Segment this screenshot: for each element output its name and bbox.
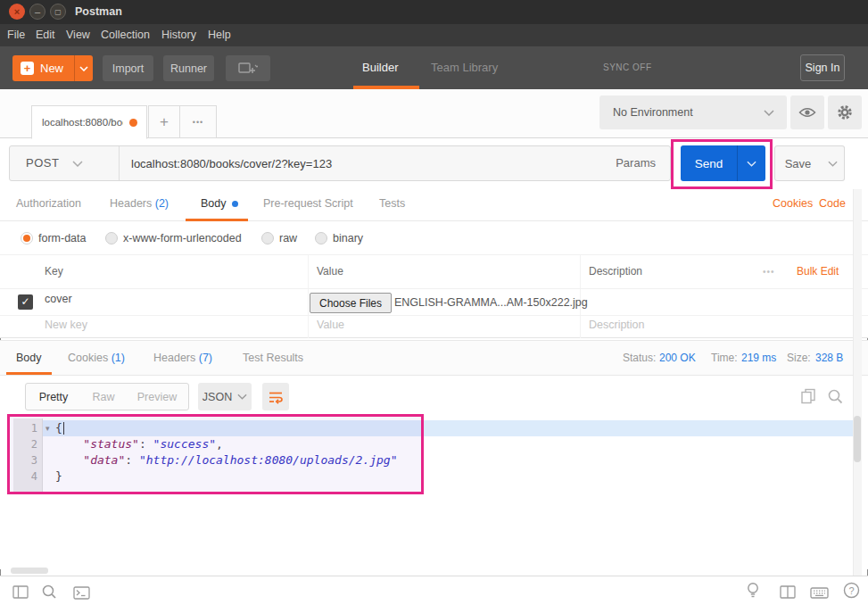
response-tab-headers[interactable]: Headers (7) (153, 341, 212, 375)
radio-raw-label[interactable]: raw (279, 221, 297, 255)
new-dropdown-button[interactable] (74, 55, 93, 81)
send-dropdown-button[interactable] (737, 145, 765, 181)
radio-form-data-label[interactable]: form-data (38, 221, 87, 255)
table-menu-button[interactable]: ••• (763, 255, 775, 288)
view-pretty-button[interactable]: Pretty (26, 384, 81, 410)
response-tab-body[interactable]: Body (16, 341, 42, 375)
url-input[interactable] (131, 153, 550, 174)
fold-toggle-icon[interactable]: ▾ (45, 420, 50, 436)
format-select[interactable]: JSON (198, 383, 252, 410)
bulk-edit-link[interactable]: Bulk Edit (797, 255, 839, 288)
tab-tests[interactable]: Tests (379, 187, 405, 220)
new-button[interactable]: + New (12, 55, 74, 81)
window-minimize-button[interactable]: – (29, 4, 45, 20)
send-button[interactable]: Send (681, 145, 737, 181)
save-dropdown-button[interactable] (821, 145, 845, 181)
toggle-sidebar-button[interactable] (12, 584, 29, 600)
menu-help[interactable]: Help (208, 24, 231, 46)
chevron-down-icon (72, 161, 83, 167)
url-box: POST Params (9, 145, 671, 181)
new-button-group: + New (12, 55, 93, 81)
global-search-button[interactable] (41, 583, 57, 600)
more-tabs-button[interactable]: ••• (179, 105, 217, 138)
row-checkbox-checked[interactable]: ✓ (18, 294, 33, 310)
help-button[interactable]: ? (843, 582, 860, 599)
tab-authorization[interactable]: Authorization (16, 187, 81, 220)
keyboard-icon (810, 587, 829, 599)
response-tab-cookies[interactable]: Cookies (1) (68, 341, 125, 375)
window-maximize-button[interactable]: ▢ (50, 4, 66, 20)
import-button[interactable]: Import (103, 55, 153, 81)
radio-x-www-form-urlencoded-label[interactable]: x-www-form-urlencoded (123, 221, 242, 255)
new-key-field[interactable] (45, 319, 294, 331)
radio-binary[interactable] (315, 232, 327, 244)
code-link[interactable]: Code (819, 187, 846, 220)
runner-button[interactable]: Runner (163, 55, 214, 81)
tab-body[interactable]: Body (201, 187, 238, 220)
sidebar-icon (12, 585, 29, 599)
save-button[interactable]: Save (774, 145, 822, 181)
cookies-link[interactable]: Cookies (773, 187, 813, 220)
new-value-field[interactable] (317, 319, 566, 331)
sign-in-button[interactable]: Sign In (800, 54, 845, 81)
menu-edit[interactable]: Edit (36, 24, 55, 46)
response-tab-test-results[interactable]: Test Results (243, 341, 303, 375)
two-pane-layout-button[interactable] (780, 584, 796, 600)
request-tab-title: localhost:8080/books (42, 117, 123, 128)
new-window-button[interactable] (226, 55, 270, 81)
menu-collection[interactable]: Collection (101, 24, 150, 46)
environment-preview-button[interactable] (790, 95, 824, 129)
wrap-text-button[interactable] (262, 383, 289, 410)
new-window-icon (238, 62, 258, 76)
sync-status-label: SYNC OFF (603, 46, 652, 89)
table-new-row (0, 315, 868, 338)
method-select[interactable]: POST (26, 146, 83, 180)
tips-button[interactable] (746, 582, 760, 600)
environment-select[interactable]: No Environment (599, 95, 787, 129)
menu-bar: File Edit View Collection History Help (0, 24, 868, 46)
key-field[interactable] (45, 293, 294, 305)
code-token-key: "data" (83, 453, 125, 467)
description-field[interactable] (589, 293, 749, 305)
radio-x-www-form-urlencoded[interactable] (105, 232, 118, 244)
new-description-field[interactable] (589, 319, 749, 331)
send-button-group: Send (681, 145, 765, 181)
radio-binary-label[interactable]: binary (333, 221, 363, 255)
window-title: Postman (75, 0, 122, 24)
tab-builder[interactable]: Builder (362, 46, 398, 89)
response-body-editor[interactable]: 1 2 3 4 ▾ { "status": "success", "data":… (0, 418, 868, 569)
menu-view[interactable]: View (66, 24, 90, 46)
method-value: POST (26, 156, 59, 170)
vertical-scrollbar-track[interactable] (853, 189, 862, 576)
radio-raw[interactable] (261, 232, 274, 244)
search-response-button[interactable] (827, 387, 843, 404)
column-header-key: Key (45, 255, 63, 288)
line-number: 2 (13, 436, 37, 452)
new-tab-button[interactable]: + (148, 105, 180, 138)
tab-headers[interactable]: Headers (2) (110, 187, 169, 220)
choose-files-button[interactable]: Choose Files (310, 293, 392, 313)
divider (119, 146, 120, 180)
view-raw-button[interactable]: Raw (81, 384, 126, 410)
selected-file-name: ENGLISH-GRAMMA...AM-150x222.jpg (394, 289, 588, 316)
code-token: , (216, 437, 223, 451)
settings-button[interactable] (828, 95, 862, 129)
params-button[interactable]: Params (616, 146, 656, 180)
view-preview-button[interactable]: Preview (126, 384, 188, 410)
code-token: : (125, 453, 139, 467)
shortcuts-button[interactable] (810, 584, 829, 601)
radio-form-data[interactable] (21, 232, 33, 244)
tab-pre-request-script[interactable]: Pre-request Script (263, 187, 353, 220)
response-view-group: Pretty Raw Preview (25, 383, 189, 410)
tab-team-library[interactable]: Team Library (431, 46, 498, 89)
vertical-scrollbar-thumb[interactable] (854, 416, 861, 462)
request-tab-active[interactable]: localhost:8080/books (31, 105, 147, 139)
copy-response-button[interactable] (800, 387, 816, 404)
chevron-down-icon (828, 161, 838, 167)
footer-status-bar: ? (0, 576, 868, 605)
horizontal-scrollbar-thumb[interactable] (11, 568, 48, 574)
window-close-button[interactable]: × (9, 4, 25, 20)
menu-history[interactable]: History (161, 24, 196, 46)
menu-file[interactable]: File (7, 24, 25, 46)
console-button[interactable] (73, 584, 90, 601)
